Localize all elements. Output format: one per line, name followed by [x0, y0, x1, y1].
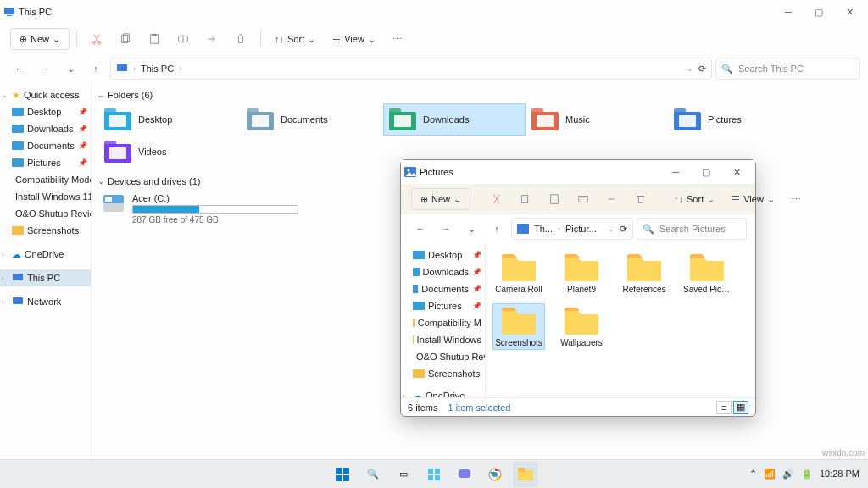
folder-planet9[interactable]: Planet9	[555, 250, 608, 297]
up-button[interactable]: ↑	[85, 58, 107, 80]
folder-pictures[interactable]: Pictures	[668, 103, 810, 136]
folder-saved-pictures[interactable]: Saved Pictures	[681, 250, 733, 297]
folder-desktop[interactable]: Desktop	[98, 103, 241, 136]
cut-button[interactable]	[484, 188, 509, 210]
close-button[interactable]: ✕	[721, 160, 752, 184]
rename-button[interactable]	[570, 188, 596, 210]
delete-button[interactable]	[228, 28, 253, 50]
recent-dropdown[interactable]: ⌄	[59, 58, 81, 80]
recent-dropdown[interactable]: ⌄	[460, 218, 482, 240]
back-button[interactable]: ←	[8, 58, 31, 80]
nav-oo-shutup[interactable]: O&O Shutup Rev	[401, 348, 485, 365]
task-view-button[interactable]: ▭	[391, 462, 416, 487]
quick-access-header[interactable]: ⌄★Quick access	[0, 86, 91, 103]
titlebar[interactable]: Pictures ─ ▢ ✕	[401, 160, 755, 184]
folder-camera-roll[interactable]: Camera Roll	[492, 250, 545, 297]
search-box[interactable]: 🔍 Search This PC	[715, 58, 860, 80]
view-button[interactable]: ☰ View ⌄	[725, 188, 782, 210]
svg-rect-20	[13, 297, 23, 304]
minimize-button[interactable]: ─	[773, 0, 804, 24]
search-button[interactable]: 🔍	[360, 462, 386, 487]
paste-button[interactable]	[142, 28, 167, 50]
delete-button[interactable]	[628, 188, 654, 210]
more-button[interactable]: ⋯	[785, 188, 808, 210]
group-folders[interactable]: ⌄Folders (6)	[98, 90, 861, 100]
nav-downloads[interactable]: Downloads📌	[401, 263, 485, 280]
maximize-button[interactable]: ▢	[804, 0, 834, 24]
nav-desktop[interactable]: Desktop📌	[401, 247, 485, 263]
refresh-button[interactable]: ⟳	[698, 64, 706, 75]
sort-button[interactable]: ↑↓ Sort ⌄	[268, 28, 322, 50]
drive-c[interactable]: Acer (C:) 287 GB free of 475 GB	[98, 190, 302, 228]
nav-downloads[interactable]: Downloads📌	[0, 120, 91, 137]
nav-desktop[interactable]: Desktop📌	[0, 103, 91, 120]
forward-button[interactable]: →	[435, 218, 457, 240]
widgets-button[interactable]	[421, 462, 447, 487]
folder-downloads[interactable]: Downloads	[383, 103, 526, 136]
folder-wallpapers[interactable]: Wallpapers	[555, 303, 608, 350]
svg-rect-44	[522, 196, 528, 203]
titlebar[interactable]: This PC ─ ▢ ✕	[0, 0, 868, 24]
nav-pictures[interactable]: Pictures📌	[401, 297, 485, 314]
copy-button[interactable]	[113, 28, 138, 50]
chrome-button[interactable]	[482, 462, 508, 487]
maximize-button[interactable]: ▢	[691, 160, 721, 184]
nav-onedrive[interactable]: ›☁OneDrive	[401, 387, 485, 397]
folder-references[interactable]: References	[618, 250, 670, 297]
wifi-icon[interactable]: 📶	[764, 469, 776, 480]
address-bar[interactable]: › This PC › ⌄ ⟳	[110, 58, 712, 80]
details-view-button[interactable]: ≡	[716, 401, 732, 414]
share-button[interactable]	[599, 188, 625, 210]
folder-screenshots[interactable]: Screenshots	[492, 303, 545, 350]
history-dropdown[interactable]: ⌄	[687, 64, 693, 73]
search-box[interactable]: 🔍 Search Pictures	[637, 218, 747, 240]
refresh-button[interactable]: ⟳	[620, 224, 627, 235]
new-button[interactable]: ⊕ New ⌄	[10, 28, 70, 50]
nav-install-win11[interactable]: Install Windows 11	[0, 188, 91, 205]
new-button[interactable]: ⊕ New ⌄	[411, 188, 470, 210]
nav-screenshots[interactable]: Screenshots	[0, 222, 91, 239]
nav-network[interactable]: ›Network	[0, 293, 91, 310]
folder-icon	[104, 140, 131, 164]
nav-compat[interactable]: Compatibility M	[401, 314, 485, 331]
back-button[interactable]: ←	[409, 218, 431, 240]
nav-documents[interactable]: Documents📌	[401, 280, 485, 297]
nav-this-pc[interactable]: ›This PC	[0, 269, 91, 286]
up-button[interactable]: ↑	[486, 218, 508, 240]
share-button[interactable]	[199, 28, 225, 50]
clock[interactable]: 10:28 PM	[820, 469, 860, 479]
breadcrumb-item[interactable]: This PC	[141, 64, 174, 74]
chat-button[interactable]	[452, 462, 477, 487]
start-button[interactable]	[330, 462, 355, 487]
nav-documents[interactable]: Documents📌	[0, 137, 91, 154]
rename-button[interactable]	[170, 28, 196, 50]
cut-button[interactable]	[84, 28, 109, 50]
address-bar[interactable]: Th...› Pictur... ⌄ ⟳	[511, 218, 633, 240]
icons-view-button[interactable]: ▦	[733, 401, 748, 414]
copy-button[interactable]	[513, 188, 538, 210]
nav-onedrive[interactable]: ›☁OneDrive	[0, 246, 91, 263]
explorer-button[interactable]	[513, 462, 538, 487]
svg-rect-7	[152, 34, 156, 36]
nav-compat[interactable]: Compatibility Mode	[0, 171, 91, 188]
history-dropdown[interactable]: ⌄	[608, 225, 615, 233]
folder-music[interactable]: Music	[526, 103, 668, 136]
battery-icon[interactable]: 🔋	[801, 469, 813, 480]
nav-oo-shutup[interactable]: O&O Shutup Review	[0, 205, 91, 222]
folder-documents[interactable]: Documents	[241, 103, 383, 136]
tray-overflow[interactable]: ⌃	[749, 469, 757, 480]
sort-button[interactable]: ↑↓ Sort ⌄	[667, 188, 721, 210]
nav-screenshots[interactable]: Screenshots	[401, 365, 485, 382]
more-button[interactable]: ⋯	[386, 28, 409, 50]
folder-videos[interactable]: Videos	[98, 136, 241, 168]
svg-rect-59	[336, 475, 342, 481]
nav-pictures[interactable]: Pictures📌	[0, 154, 91, 171]
paste-button[interactable]	[542, 188, 567, 210]
nav-bar: ← → ⌄ ↑ › This PC › ⌄ ⟳ 🔍 Search This PC	[0, 54, 868, 83]
view-button[interactable]: ☰ View ⌄	[326, 28, 382, 50]
volume-icon[interactable]: 🔊	[782, 469, 794, 480]
nav-install-win[interactable]: Install Windows	[401, 331, 485, 348]
close-button[interactable]: ✕	[834, 0, 865, 24]
forward-button[interactable]: →	[34, 58, 56, 80]
minimize-button[interactable]: ─	[660, 160, 691, 184]
